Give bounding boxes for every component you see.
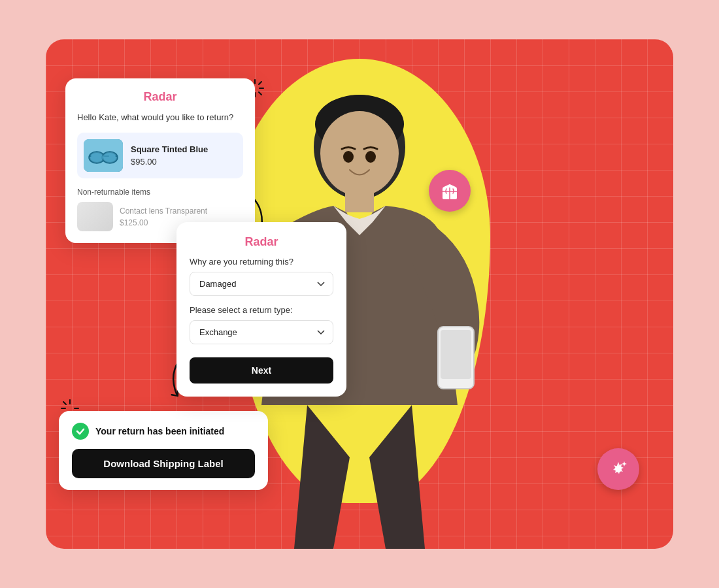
card2-brand: Radar bbox=[190, 235, 333, 249]
greeting-text: Hello Kate, what would you like to retur… bbox=[77, 112, 243, 123]
svg-point-2 bbox=[320, 111, 399, 196]
main-container: Radar Hello Kate, what would you like to… bbox=[46, 39, 673, 549]
svg-point-14 bbox=[90, 153, 103, 162]
gear-badge bbox=[597, 448, 639, 490]
svg-rect-3 bbox=[345, 186, 374, 212]
product-name: Square Tinted Blue bbox=[131, 144, 237, 155]
success-text: Your return has been initiated bbox=[95, 426, 224, 436]
svg-line-22 bbox=[259, 82, 261, 84]
svg-line-21 bbox=[259, 92, 261, 95]
svg-rect-5 bbox=[441, 330, 471, 379]
download-shipping-label-button[interactable]: Download Shipping Label bbox=[72, 449, 255, 478]
return-reason-label: Why are you returning this? bbox=[190, 257, 333, 267]
success-icon bbox=[72, 423, 89, 440]
next-button[interactable]: Next bbox=[190, 357, 333, 384]
greeting-card: Radar Hello Kate, what would you like to… bbox=[65, 78, 255, 243]
non-returnable-label: Non-returnable items bbox=[77, 188, 243, 197]
success-card: Your return has been initiated Download … bbox=[59, 411, 268, 490]
return-type-select[interactable]: Exchange Refund Store credit bbox=[190, 320, 333, 344]
returnable-product: Square Tinted Blue $95.00 bbox=[77, 133, 243, 178]
svg-point-15 bbox=[103, 153, 116, 162]
return-reason-select[interactable]: Damaged Wrong item Changed mind bbox=[190, 272, 333, 296]
svg-line-28 bbox=[63, 402, 66, 404]
non-returnable-thumbnail bbox=[77, 202, 113, 231]
return-reason-card: Radar Why are you returning this? Damage… bbox=[176, 222, 346, 397]
product-price: $95.00 bbox=[131, 157, 237, 167]
card1-brand: Radar bbox=[77, 90, 243, 104]
product-info: Square Tinted Blue $95.00 bbox=[131, 144, 237, 167]
package-badge bbox=[429, 170, 471, 212]
svg-point-6 bbox=[343, 151, 354, 163]
success-row: Your return has been initiated bbox=[72, 423, 255, 440]
svg-point-7 bbox=[365, 151, 376, 163]
return-type-label: Please select a return type: bbox=[190, 305, 333, 315]
product-thumbnail bbox=[84, 139, 123, 172]
